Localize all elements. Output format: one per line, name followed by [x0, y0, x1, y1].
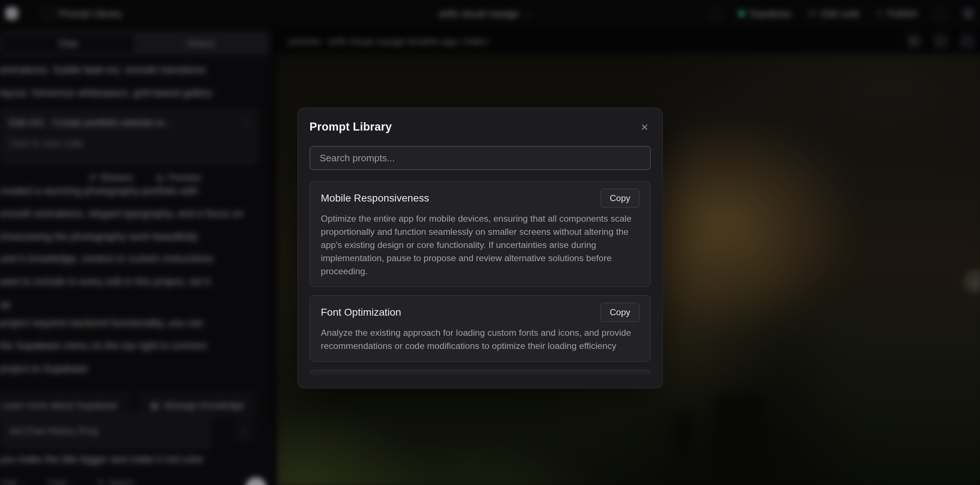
prompt-card-mobile-responsiveness: Mobile Responsiveness Copy Optimize the … — [309, 181, 651, 287]
prompt-description: Optimize the entire app for mobile devic… — [321, 212, 640, 278]
prompt-card-font-optimization: Font Optimization Copy Analyze the exist… — [309, 295, 651, 362]
modal-title: Prompt Library — [309, 120, 392, 133]
copy-button[interactable]: Copy — [601, 303, 640, 322]
prompt-title: Font Optimization — [321, 306, 401, 318]
close-icon[interactable]: ✕ — [638, 120, 651, 134]
prompt-library-modal: Prompt Library ✕ Mobile Responsiveness C… — [298, 108, 663, 388]
prompt-description: Analyze the existing approach for loadin… — [321, 326, 640, 353]
search-input[interactable] — [320, 152, 641, 164]
prompt-list: Mobile Responsiveness Copy Optimize the … — [309, 181, 651, 375]
prompt-title: Mobile Responsiveness — [321, 192, 429, 204]
copy-button[interactable]: Copy — [601, 189, 640, 208]
app-root: Prompt Library artfo visual voyage ⌄ Sup… — [0, 0, 980, 485]
search-box — [309, 146, 651, 170]
prompt-card-partial — [309, 370, 651, 375]
